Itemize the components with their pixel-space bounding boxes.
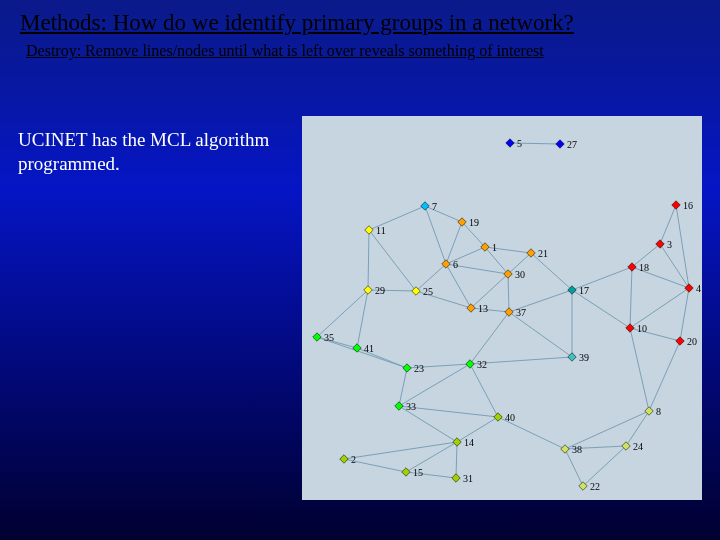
node-marker-icon xyxy=(466,360,474,368)
graph-edge xyxy=(676,205,689,288)
node-label: 14 xyxy=(464,437,474,448)
node-label: 13 xyxy=(478,303,488,314)
graph-node: 37 xyxy=(505,307,526,318)
node-label: 32 xyxy=(477,359,487,370)
graph-node: 40 xyxy=(494,412,515,423)
graph-node: 14 xyxy=(453,437,474,448)
node-label: 1 xyxy=(492,242,497,253)
caption-line-1: UCINET has the MCL algorithm xyxy=(18,129,269,150)
caption-line-2: programmed. xyxy=(18,153,120,174)
node-marker-icon xyxy=(365,226,373,234)
graph-edge xyxy=(471,308,509,312)
graph-node: 30 xyxy=(504,269,525,280)
node-marker-icon xyxy=(402,468,410,476)
node-label: 2 xyxy=(351,454,356,465)
slide-title: Methods: How do we identify primary grou… xyxy=(20,10,574,36)
network-graph-panel: 5271631842010177112925354119121630133723… xyxy=(302,116,702,500)
graph-node: 18 xyxy=(628,262,649,273)
graph-node: 22 xyxy=(579,481,600,492)
graph-node: 17 xyxy=(568,285,589,296)
node-marker-icon xyxy=(353,344,361,352)
graph-node: 15 xyxy=(402,467,423,478)
node-label: 41 xyxy=(364,343,374,354)
node-label: 39 xyxy=(579,352,589,363)
graph-edge xyxy=(630,267,632,328)
node-marker-icon xyxy=(452,474,460,482)
node-label: 33 xyxy=(406,401,416,412)
node-marker-icon xyxy=(395,402,403,410)
node-label: 29 xyxy=(375,285,385,296)
node-marker-icon xyxy=(453,438,461,446)
node-marker-icon xyxy=(556,140,564,148)
node-marker-icon xyxy=(506,139,514,147)
node-marker-icon xyxy=(561,445,569,453)
node-label: 11 xyxy=(376,225,386,236)
node-marker-icon xyxy=(505,308,513,316)
node-label: 21 xyxy=(538,248,548,259)
node-marker-icon xyxy=(626,324,634,332)
node-marker-icon xyxy=(421,202,429,210)
graph-node: 41 xyxy=(353,343,374,354)
graph-node: 7 xyxy=(421,201,437,212)
graph-edge xyxy=(509,312,572,357)
graph-edge xyxy=(508,274,509,312)
node-label: 7 xyxy=(432,201,437,212)
node-label: 8 xyxy=(656,406,661,417)
graph-node: 8 xyxy=(645,406,661,417)
graph-node: 13 xyxy=(467,303,488,314)
graph-node: 2 xyxy=(340,454,356,465)
node-label: 3 xyxy=(667,239,672,250)
node-label: 23 xyxy=(414,363,424,374)
graph-node: 24 xyxy=(622,441,643,452)
graph-node: 32 xyxy=(466,359,487,370)
graph-edge xyxy=(344,442,457,459)
node-marker-icon xyxy=(494,413,502,421)
graph-node: 19 xyxy=(458,217,479,228)
graph-edge xyxy=(456,442,457,478)
node-label: 31 xyxy=(463,473,473,484)
graph-edge xyxy=(425,206,462,222)
node-label: 18 xyxy=(639,262,649,273)
node-marker-icon xyxy=(568,353,576,361)
graph-node: 31 xyxy=(452,473,473,484)
graph-edge xyxy=(680,288,689,341)
graph-edge xyxy=(399,364,470,406)
node-label: 38 xyxy=(572,444,582,455)
graph-node: 39 xyxy=(568,352,589,363)
graph-node: 5 xyxy=(506,138,522,149)
node-marker-icon xyxy=(672,201,680,209)
node-label: 10 xyxy=(637,323,647,334)
node-label: 4 xyxy=(696,283,701,294)
graph-edge xyxy=(470,364,498,417)
node-marker-icon xyxy=(645,407,653,415)
graph-node: 38 xyxy=(561,444,582,455)
graph-edge xyxy=(368,230,369,290)
node-label: 15 xyxy=(413,467,423,478)
graph-edge xyxy=(630,288,689,328)
node-marker-icon xyxy=(676,337,684,345)
node-label: 6 xyxy=(453,259,458,270)
caption-text: UCINET has the MCL algorithm programmed. xyxy=(18,128,269,176)
graph-node: 11 xyxy=(365,225,386,236)
graph-edge xyxy=(630,328,649,411)
graph-node: 25 xyxy=(412,286,433,297)
network-graph: 5271631842010177112925354119121630133723… xyxy=(302,116,702,500)
node-label: 22 xyxy=(590,481,600,492)
graph-node: 10 xyxy=(626,323,647,334)
graph-node: 16 xyxy=(672,200,693,211)
node-label: 35 xyxy=(324,332,334,343)
node-label: 37 xyxy=(516,307,526,318)
node-label: 19 xyxy=(469,217,479,228)
graph-edge xyxy=(471,274,508,308)
node-marker-icon xyxy=(685,284,693,292)
graph-node: 20 xyxy=(676,336,697,347)
node-label: 20 xyxy=(687,336,697,347)
node-label: 40 xyxy=(505,412,515,423)
graph-node: 6 xyxy=(442,259,458,270)
graph-edge xyxy=(470,312,509,364)
graph-node: 21 xyxy=(527,248,548,259)
graph-edges xyxy=(317,143,689,486)
graph-edge xyxy=(649,341,680,411)
node-label: 5 xyxy=(517,138,522,149)
graph-edge xyxy=(425,206,446,264)
